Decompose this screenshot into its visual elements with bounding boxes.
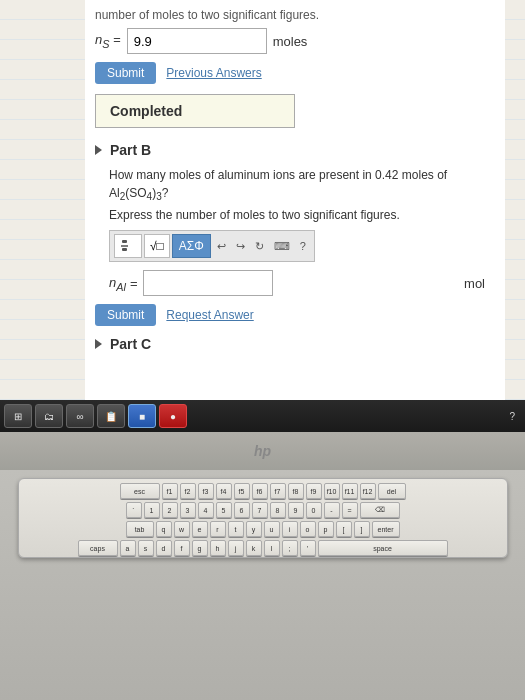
refresh-button[interactable]: ↻: [251, 238, 268, 255]
greek-button[interactable]: ΑΣΦ: [172, 234, 211, 258]
ns-input-row: nS = moles: [95, 28, 495, 54]
part-b-button-row: Submit Request Answer: [95, 304, 495, 326]
key-u[interactable]: u: [264, 521, 280, 537]
key-f6[interactable]: f6: [252, 483, 268, 499]
part-c-label: Part C: [110, 336, 151, 352]
key-l[interactable]: l: [264, 540, 280, 556]
taskbar-clipboard[interactable]: 📋: [97, 404, 125, 428]
key-w[interactable]: w: [174, 521, 190, 537]
key-1[interactable]: 1: [144, 502, 160, 518]
part-c-toggle[interactable]: [95, 339, 102, 349]
key-f10[interactable]: f10: [324, 483, 340, 499]
key-2[interactable]: 2: [162, 502, 178, 518]
sqrt-button[interactable]: √□: [144, 234, 170, 258]
key-minus[interactable]: -: [324, 502, 340, 518]
key-f11[interactable]: f11: [342, 483, 358, 499]
key-6[interactable]: 6: [234, 502, 250, 518]
hp-logo: hp: [254, 443, 271, 459]
key-f1[interactable]: f1: [162, 483, 178, 499]
taskbar-browser[interactable]: ■: [128, 404, 156, 428]
taskbar: ⊞ 🗂 ∞ 📋 ■ ● ?: [0, 400, 525, 432]
undo-button[interactable]: ↩: [213, 238, 230, 255]
key-equals[interactable]: =: [342, 502, 358, 518]
key-o[interactable]: o: [300, 521, 316, 537]
keyboard-icon[interactable]: ⌨: [270, 238, 294, 255]
key-f3[interactable]: f3: [198, 483, 214, 499]
nal-n-label: nAl: [109, 275, 126, 293]
key-t[interactable]: t: [228, 521, 244, 537]
keyboard-area: esc f1 f2 f3 f4 f5 f6 f7 f8 f9 f10 f11 f…: [0, 470, 525, 700]
key-semicolon[interactable]: ;: [282, 540, 298, 556]
key-q[interactable]: q: [156, 521, 172, 537]
key-p[interactable]: p: [318, 521, 334, 537]
key-f7[interactable]: f7: [270, 483, 286, 499]
key-esc[interactable]: esc: [120, 483, 160, 499]
key-e[interactable]: e: [192, 521, 208, 537]
keyboard-row-1: esc f1 f2 f3 f4 f5 f6 f7 f8 f9 f10 f11 f…: [25, 483, 501, 499]
key-lbracket[interactable]: [: [336, 521, 352, 537]
taskbar-infinity[interactable]: ∞: [66, 404, 94, 428]
part-b-header: Part B: [95, 142, 495, 158]
key-7[interactable]: 7: [252, 502, 268, 518]
key-h[interactable]: h: [210, 540, 226, 556]
key-y[interactable]: y: [246, 521, 262, 537]
fraction-icon: [120, 238, 136, 254]
key-tab[interactable]: tab: [126, 521, 154, 537]
redo-button[interactable]: ↪: [232, 238, 249, 255]
part-a-submit-button[interactable]: Submit: [95, 62, 156, 84]
keyboard: esc f1 f2 f3 f4 f5 f6 f7 f8 f9 f10 f11 f…: [18, 478, 508, 558]
key-4[interactable]: 4: [198, 502, 214, 518]
key-del[interactable]: del: [378, 483, 406, 499]
key-i[interactable]: i: [282, 521, 298, 537]
key-f[interactable]: f: [174, 540, 190, 556]
keyboard-row-4: caps a s d f g h j k l ; ' space: [25, 540, 501, 556]
key-backspace[interactable]: ⌫: [360, 502, 400, 518]
ns-input[interactable]: [127, 28, 267, 54]
part-b-express: Express the number of moles to two signi…: [109, 208, 495, 222]
key-g[interactable]: g: [192, 540, 208, 556]
request-answer-button[interactable]: Request Answer: [166, 308, 253, 322]
key-3[interactable]: 3: [180, 502, 196, 518]
key-quote[interactable]: ': [300, 540, 316, 556]
fraction-button[interactable]: [114, 234, 142, 258]
key-s[interactable]: s: [138, 540, 154, 556]
help-button[interactable]: ?: [296, 238, 310, 254]
key-f9[interactable]: f9: [306, 483, 322, 499]
taskbar-red[interactable]: ●: [159, 404, 187, 428]
key-caps[interactable]: caps: [78, 540, 118, 556]
key-a[interactable]: a: [120, 540, 136, 556]
key-enter[interactable]: enter: [372, 521, 400, 537]
svg-rect-2: [122, 248, 127, 251]
ns-subscript: S: [102, 38, 109, 50]
math-toolbar: √□ ΑΣΦ ↩ ↪ ↻ ⌨ ?: [109, 230, 315, 262]
part-a-button-row: Submit Previous Answers: [95, 62, 495, 84]
key-f4[interactable]: f4: [216, 483, 232, 499]
key-k[interactable]: k: [246, 540, 262, 556]
key-space[interactable]: space: [318, 540, 448, 556]
key-f12[interactable]: f12: [360, 483, 376, 499]
start-button[interactable]: ⊞: [4, 404, 32, 428]
key-f8[interactable]: f8: [288, 483, 304, 499]
nal-unit: mol: [464, 276, 495, 291]
top-instruction: number of moles to two significant figur…: [95, 8, 495, 22]
page-content: number of moles to two significant figur…: [85, 0, 505, 420]
key-j[interactable]: j: [228, 540, 244, 556]
part-b-submit-button[interactable]: Submit: [95, 304, 156, 326]
key-0[interactable]: 0: [306, 502, 322, 518]
key-rbracket[interactable]: ]: [354, 521, 370, 537]
nal-input[interactable]: [143, 270, 273, 296]
key-f2[interactable]: f2: [180, 483, 196, 499]
ns-unit: moles: [273, 34, 308, 49]
key-d[interactable]: d: [156, 540, 172, 556]
key-r[interactable]: r: [210, 521, 226, 537]
taskbar-files[interactable]: 🗂: [35, 404, 63, 428]
ns-label: nS =: [95, 32, 121, 50]
previous-answers-button[interactable]: Previous Answers: [166, 66, 261, 80]
nal-answer-row: nAl = mol: [109, 270, 495, 296]
key-f5[interactable]: f5: [234, 483, 250, 499]
key-backtick[interactable]: `: [126, 502, 142, 518]
key-5[interactable]: 5: [216, 502, 232, 518]
key-8[interactable]: 8: [270, 502, 286, 518]
part-b-toggle[interactable]: [95, 145, 102, 155]
key-9[interactable]: 9: [288, 502, 304, 518]
